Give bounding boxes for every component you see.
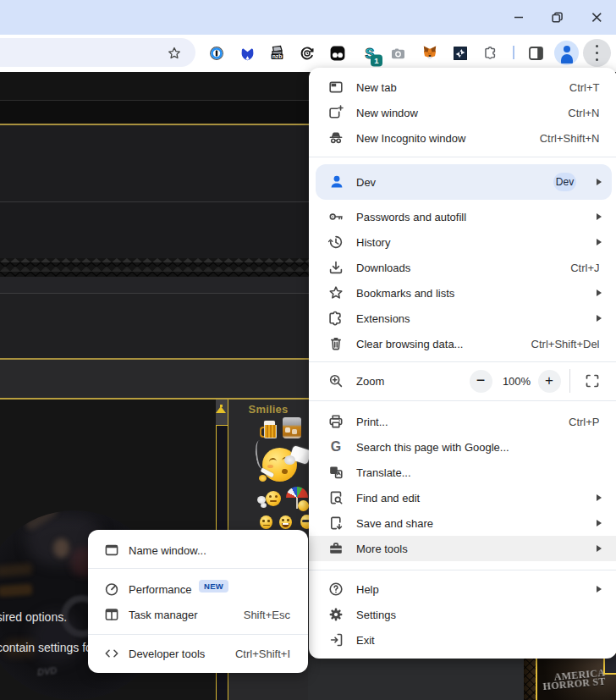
svg-text:nzb: nzb [272,53,283,59]
svg-text:G: G [331,439,341,454]
svg-text:1: 1 [374,56,379,65]
svg-text:G: G [331,467,336,475]
